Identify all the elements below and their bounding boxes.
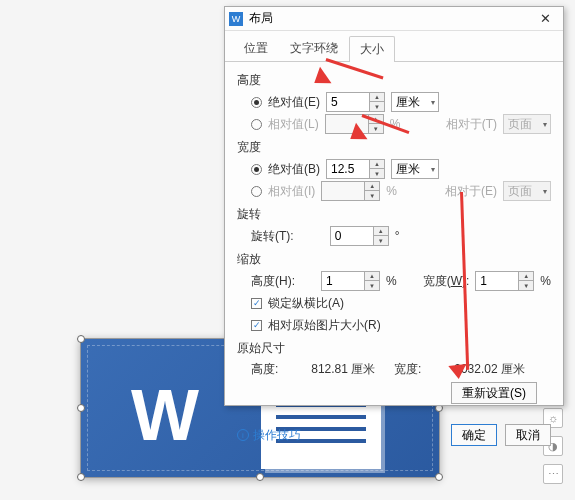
scale-height-input[interactable]: ▲▼ — [321, 271, 380, 291]
height-absolute-field[interactable] — [327, 93, 369, 111]
spin-down[interactable]: ▼ — [374, 236, 388, 245]
resize-handle[interactable] — [77, 473, 85, 481]
scale-width-input[interactable]: ▲▼ — [475, 271, 534, 291]
resize-handle[interactable] — [256, 473, 264, 481]
relative-original-label: 相对原始图片大小(R) — [268, 317, 381, 334]
width-absolute-label: 绝对值(B) — [268, 161, 320, 178]
spin-up[interactable]: ▲ — [370, 160, 384, 169]
layout-dialog: W 布局 ✕ 位置 文字环绕 大小 高度 绝对值(E) ▲▼ 厘米 相对值(L — [224, 6, 564, 406]
spin-up[interactable]: ▲ — [365, 272, 379, 281]
height-relative-to-select: 页面 — [503, 114, 551, 134]
tab-text-wrap[interactable]: 文字环绕 — [279, 35, 349, 61]
tab-size[interactable]: 大小 — [349, 36, 395, 62]
rotation-group-label: 旋转 — [237, 206, 551, 223]
width-absolute-radio[interactable] — [251, 164, 262, 175]
height-group-label: 高度 — [237, 72, 551, 89]
width-unit-select[interactable]: 厘米 — [391, 159, 439, 179]
height-absolute-radio[interactable] — [251, 97, 262, 108]
spin-up[interactable]: ▲ — [519, 272, 533, 281]
dialog-footer: i 操作技巧 确定 取消 — [225, 416, 563, 454]
lock-aspect-checkbox[interactable] — [251, 298, 262, 309]
dialog-titlebar[interactable]: W 布局 ✕ — [225, 7, 563, 31]
app-icon: W — [229, 12, 243, 26]
tab-bar: 位置 文字环绕 大小 — [225, 31, 563, 62]
width-relative-radio[interactable] — [251, 186, 262, 197]
more-icon[interactable]: ⋯ — [543, 464, 563, 484]
spin-down[interactable]: ▼ — [370, 169, 384, 178]
height-unit-select[interactable]: 厘米 — [391, 92, 439, 112]
orig-width-label: 宽度: — [394, 361, 454, 378]
width-absolute-input[interactable]: ▲▼ — [326, 159, 385, 179]
width-relative-to-label: 相对于(E) — [445, 183, 497, 200]
spin-up: ▲ — [365, 182, 379, 191]
height-relative-label: 相对值(L) — [268, 116, 319, 133]
spin-up[interactable]: ▲ — [374, 227, 388, 236]
height-absolute-label: 绝对值(E) — [268, 94, 320, 111]
rotation-unit: ° — [395, 229, 400, 243]
scale-width-field[interactable] — [476, 272, 518, 290]
rotation-input[interactable]: ▲▼ — [330, 226, 389, 246]
lock-aspect-label: 锁定纵横比(A) — [268, 295, 344, 312]
info-icon: i — [237, 429, 249, 441]
cancel-button[interactable]: 取消 — [505, 424, 551, 446]
tab-position[interactable]: 位置 — [233, 35, 279, 61]
relative-original-checkbox[interactable] — [251, 320, 262, 331]
size-panel: 高度 绝对值(E) ▲▼ 厘米 相对值(L) ▲▼ % 相对于(T) — [225, 62, 563, 416]
reset-button[interactable]: 重新设置(S) — [451, 382, 537, 404]
height-absolute-input[interactable]: ▲▼ — [326, 92, 385, 112]
tips-label: 操作技巧 — [253, 427, 301, 444]
close-button[interactable]: ✕ — [531, 9, 559, 29]
original-size-group-label: 原始尺寸 — [237, 340, 551, 357]
width-relative-label: 相对值(I) — [268, 183, 315, 200]
scale-width-unit: % — [540, 274, 551, 288]
orig-height-label: 高度: — [251, 361, 311, 378]
spin-down: ▼ — [369, 124, 383, 133]
spin-down[interactable]: ▼ — [365, 281, 379, 290]
orig-height-value: 812.81 厘米 — [311, 361, 394, 378]
dialog-title: 布局 — [249, 10, 531, 27]
annotation-arrow-head — [448, 364, 467, 380]
width-relative-field — [322, 182, 364, 200]
spin-down: ▼ — [365, 191, 379, 200]
width-absolute-field[interactable] — [327, 160, 369, 178]
word-logo-w: W — [131, 374, 199, 456]
spin-down[interactable]: ▼ — [370, 102, 384, 111]
scale-height-field[interactable] — [322, 272, 364, 290]
spin-up[interactable]: ▲ — [370, 93, 384, 102]
width-group-label: 宽度 — [237, 139, 551, 156]
scale-group-label: 缩放 — [237, 251, 551, 268]
tips-link[interactable]: i 操作技巧 — [237, 427, 443, 444]
resize-handle[interactable] — [77, 404, 85, 412]
resize-handle[interactable] — [435, 473, 443, 481]
resize-handle[interactable] — [77, 335, 85, 343]
spin-down[interactable]: ▼ — [519, 281, 533, 290]
ok-button[interactable]: 确定 — [451, 424, 497, 446]
scale-height-unit: % — [386, 274, 397, 288]
height-relative-radio[interactable] — [251, 119, 262, 130]
rotation-angle-label: 旋转(T): — [251, 228, 294, 245]
width-relative-to-select: 页面 — [503, 181, 551, 201]
width-rel-unit: % — [386, 184, 397, 198]
width-relative-input[interactable]: ▲▼ — [321, 181, 380, 201]
height-relative-to-label: 相对于(T) — [446, 116, 497, 133]
document-canvas: W ⬚ ☼ ◑ ⋯ W 布局 ✕ 位置 文字环绕 大小 高度 绝对值(E) ▲▼ — [0, 0, 575, 500]
scale-height-label: 高度(H): — [251, 273, 295, 290]
rotation-field[interactable] — [331, 227, 373, 245]
